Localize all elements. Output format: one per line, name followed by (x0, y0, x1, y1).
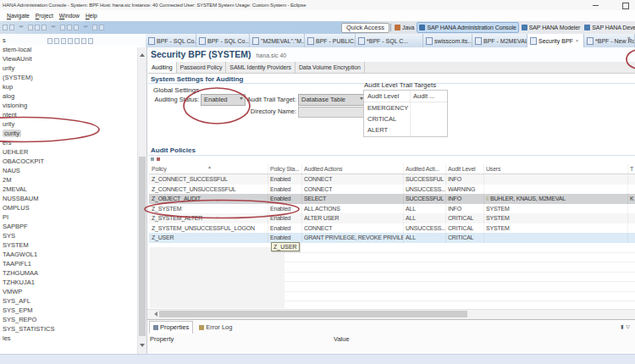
editor-tab-bpf-sql-co[interactable]: BPF - SQL Co... (196, 34, 250, 47)
tab-properties[interactable]: Properties (149, 321, 193, 334)
view-toolbar-icon[interactable] (75, 38, 80, 44)
tree-item-pi[interactable]: PI (0, 212, 137, 222)
toolbar-icon[interactable] (92, 25, 97, 30)
tree-item-taagwol1[interactable]: TAAGWOL1 (0, 250, 137, 259)
tree-item-tzhgumaa[interactable]: TZHGUMAA (0, 268, 137, 278)
view-toolbar-icon[interactable] (81, 38, 86, 44)
editor-tab-bpf-m2meval[interactable]: BPF - M2MEVAL (472, 34, 527, 47)
view-toolbar-icon[interactable] (88, 38, 93, 44)
editor-tab-m2meval-m[interactable]: "M2MEVAL"."M... (250, 34, 305, 47)
column-header-audit-level[interactable]: Audit Level (445, 163, 483, 174)
toolbar-icon[interactable] (3, 25, 8, 30)
column-header-audited-acti[interactable]: Audited Acti... (403, 163, 445, 174)
tree-item-naus[interactable]: NAUS (0, 166, 137, 175)
tree-item-vmwp[interactable]: VMWP (0, 287, 137, 296)
maximize-button[interactable] (622, 3, 629, 9)
tab-error-log[interactable]: Error Log (196, 321, 235, 334)
remove-policy-icon[interactable] (157, 157, 160, 161)
column-header-users[interactable]: Users (483, 163, 627, 174)
tree-item-sys-afl[interactable]: SYS_AFL (0, 296, 137, 306)
panel-menu-icons[interactable]: ▮▽ (621, 323, 630, 329)
column-header-audited-actions[interactable]: Audited Actions (301, 163, 403, 174)
trail-row-emergency[interactable]: EMERGENCY (364, 102, 447, 113)
view-toolbar-icon[interactable] (61, 38, 66, 44)
toolbar-icon[interactable] (9, 25, 14, 30)
directory-name-input[interactable] (298, 107, 366, 118)
policy-row-z-connect-successful[interactable]: Z_CONNECT_SUCCESSFULEnabledCONNECTSUCCES… (149, 174, 635, 185)
tree-item-urity[interactable]: urity (0, 63, 137, 73)
sidebar-scroll-thumb[interactable] (139, 157, 146, 336)
tree-item-2m[interactable]: 2M (0, 175, 137, 185)
perspective-sap-hana-administration-console[interactable]: SAP HANA Administration Console (417, 22, 518, 33)
tree-item-sys-epm[interactable]: SYS_EPM (0, 306, 137, 315)
toolbar-icon[interactable] (28, 25, 33, 30)
tree-item-stem-local[interactable]: stem-local (0, 45, 137, 54)
audit-trail-target-dropdown[interactable]: Database Table (298, 94, 366, 106)
scroll-up-arrow[interactable] (140, 51, 145, 57)
policy-row-z-system-unsuccessful-logon[interactable]: Z_SYSTEM_UNSUCCESSFUL_LOGONEnabledCONNEC… (149, 223, 635, 234)
toolbar-icon[interactable] (60, 25, 65, 30)
toolbar-icon[interactable] (74, 25, 79, 30)
tree-item-kup[interactable]: kup (0, 82, 137, 91)
tree-item-sapbpf[interactable]: SAPBPF (0, 222, 137, 231)
tree-item-sys-statistics[interactable]: SYS_STATISTICS (0, 324, 137, 334)
column-header-t[interactable]: T (627, 163, 635, 174)
menu-window[interactable]: Window (59, 10, 80, 21)
editor-tab-bpf-public[interactable]: BPF - PUBLIC... (305, 34, 356, 47)
perspective-sap-hana-devel[interactable]: SAP HANA Devel (583, 22, 635, 33)
tree-item-2meval[interactable]: 2MEVAL (0, 185, 137, 194)
tree-item-alog[interactable]: alog (0, 91, 137, 101)
subtab-auditing[interactable]: Auditing (148, 62, 177, 73)
tree-item-system[interactable]: (SYSTEM) (0, 73, 137, 82)
toolbar-icon[interactable] (99, 25, 104, 30)
perspective-java[interactable]: Java (393, 22, 416, 33)
toolbar-icon[interactable] (35, 25, 40, 30)
tree-item-ntent[interactable]: ntent (0, 110, 137, 119)
tree-item-ers[interactable]: ers (0, 138, 137, 147)
tree-item-uehler[interactable]: UEHLER (0, 147, 137, 157)
column-header-policy-sta[interactable]: Policy Sta... (268, 163, 301, 174)
tree-item-omplus[interactable]: OMPLUS (0, 203, 137, 212)
perspective-sap-hana-modeler[interactable]: SAP HANA Modeler (520, 22, 583, 33)
policy-row-z-system-alter[interactable]: Z_SYSTEM_ALTEREnabledALTER USERALLCRITIC… (149, 213, 635, 223)
policy-row-z-object-audit[interactable]: Z_OBJECT_AUDITEnabledSELECTSUCCESSFULINF… (149, 194, 635, 204)
editor-tab-swisscom-its[interactable]: swisscom.its... (423, 34, 472, 47)
policy-row-z-user[interactable]: Z_USEREnabledGRANT PRIVILEGE, REVOKE PRI… (149, 233, 635, 243)
menu-navigate[interactable]: Navigate (7, 10, 30, 21)
trail-row-critical[interactable]: CRITICAL (364, 113, 447, 124)
tree-item-taapifl1[interactable]: TAAPIFL1 (0, 259, 137, 268)
quick-access-button[interactable]: Quick Access (341, 23, 389, 33)
toolbar-icon[interactable] (41, 25, 47, 30)
menu-project[interactable]: Project (36, 10, 53, 21)
hscroll-thumb[interactable] (159, 311, 467, 317)
tree-item-urity[interactable]: urity (0, 119, 137, 129)
auditing-status-dropdown[interactable]: Enabled (201, 94, 246, 106)
trail-row-alert[interactable]: ALERT (364, 124, 447, 135)
scroll-down-arrow[interactable] (140, 344, 145, 350)
systems-view-tab[interactable]: s (3, 36, 6, 44)
sash-divider[interactable] (146, 47, 147, 354)
add-policy-icon[interactable] (151, 157, 154, 161)
editor-tab-bpf-sql-c[interactable]: *BPF - SQL C... (356, 34, 423, 47)
editor-tab-bpf-sql-co[interactable]: BPF - SQL Co... (146, 34, 196, 47)
tree-item-tzhkuja1[interactable]: TZHKUJA1 (0, 278, 137, 287)
view-toolbar-icon[interactable] (54, 38, 59, 44)
toolbar-icon[interactable] (67, 25, 72, 30)
tree-item-nussbaum[interactable]: NUSSBAUM (0, 194, 137, 203)
tree-item-sys[interactable]: SYS (0, 231, 137, 240)
tree-item-sys-repo[interactable]: SYS_REPO (0, 315, 137, 324)
tree-item-system[interactable]: SYSTEM (0, 240, 137, 250)
tree-item-visioning[interactable]: visioning (0, 101, 137, 110)
menu-help[interactable]: Help (86, 10, 97, 21)
view-toolbar-icon[interactable] (47, 38, 52, 44)
tree-item-obacockpit[interactable]: OBACOCKPIT (0, 157, 137, 166)
subtab-saml-identity-providers[interactable]: SAML Identity Providers (226, 62, 295, 73)
view-menu-icon[interactable]: ▮ (621, 323, 623, 329)
minimize-view-icon[interactable]: ▽ (626, 323, 630, 329)
view-toolbar-icon[interactable] (68, 38, 73, 44)
subtab-data-volume-encryption[interactable]: Data Volume Encryption (295, 62, 365, 73)
policy-row-z-system[interactable]: Z_SYSTEMEnabledALL ACTIONSALLINFOSYSTEM (149, 204, 635, 214)
editor-tab-security-bpf[interactable]: Security BPF× (527, 34, 584, 47)
tab-overflow-chevron[interactable]: » (627, 35, 630, 40)
policy-row-z-connect-unsuccessful[interactable]: Z_CONNECT_UNSUCCESSFULEnabledCONNECTUNSU… (149, 185, 635, 195)
